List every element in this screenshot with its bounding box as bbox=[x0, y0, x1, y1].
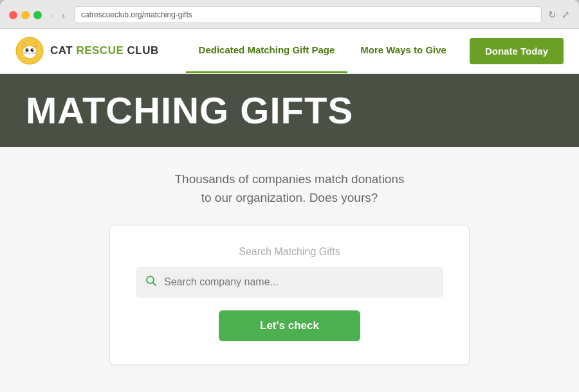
logo-link[interactable]: CAT RESCUE CLUB bbox=[15, 37, 159, 65]
search-card: Search Matching Gifts Let's check bbox=[109, 225, 470, 365]
lets-check-button[interactable]: Let's check bbox=[219, 310, 360, 341]
hero-title: MATCHING GIFTS bbox=[26, 92, 553, 129]
traffic-lights bbox=[9, 11, 42, 19]
forward-button[interactable]: › bbox=[59, 10, 68, 20]
search-card-label: Search Matching Gifts bbox=[136, 246, 443, 258]
browser-window: ‹ › ↻ ⤢ bbox=[0, 0, 579, 392]
svg-point-9 bbox=[32, 49, 33, 50]
main-content: Thousands of companies match donations t… bbox=[0, 147, 579, 392]
logo-text: CAT RESCUE CLUB bbox=[50, 44, 159, 57]
expand-icon[interactable]: ⤢ bbox=[562, 9, 570, 21]
nav-link-matching[interactable]: Dedicated Matching Gift Page bbox=[186, 28, 348, 73]
address-bar[interactable] bbox=[74, 6, 542, 23]
traffic-light-yellow[interactable] bbox=[21, 11, 30, 19]
svg-point-6 bbox=[26, 48, 29, 52]
traffic-light-red[interactable] bbox=[9, 11, 17, 19]
svg-point-10 bbox=[29, 53, 31, 54]
traffic-light-green[interactable] bbox=[33, 11, 42, 19]
site-navbar: CAT RESCUE CLUB Dedicated Matching Gift … bbox=[0, 29, 579, 74]
hero-banner: MATCHING GIFTS bbox=[0, 74, 579, 147]
svg-point-1 bbox=[23, 46, 37, 58]
nav-link-more-ways[interactable]: More Ways to Give bbox=[347, 28, 459, 73]
svg-line-16 bbox=[153, 282, 156, 285]
svg-point-7 bbox=[31, 48, 34, 52]
svg-point-8 bbox=[27, 49, 28, 50]
donate-button[interactable]: Donate Today bbox=[470, 38, 564, 64]
back-button[interactable]: ‹ bbox=[48, 10, 57, 20]
search-input-wrapper bbox=[136, 267, 443, 298]
subtitle: Thousands of companies match donations t… bbox=[26, 170, 553, 207]
logo-icon bbox=[15, 37, 44, 65]
browser-nav-buttons: ‹ › bbox=[48, 10, 68, 20]
browser-actions: ↻ ⤢ bbox=[548, 9, 570, 21]
browser-chrome: ‹ › ↻ ⤢ bbox=[0, 0, 579, 29]
search-icon bbox=[145, 274, 158, 290]
refresh-icon[interactable]: ↻ bbox=[548, 9, 556, 21]
company-search-input[interactable] bbox=[164, 276, 434, 288]
main-nav: Dedicated Matching Gift Page More Ways t… bbox=[186, 28, 564, 73]
